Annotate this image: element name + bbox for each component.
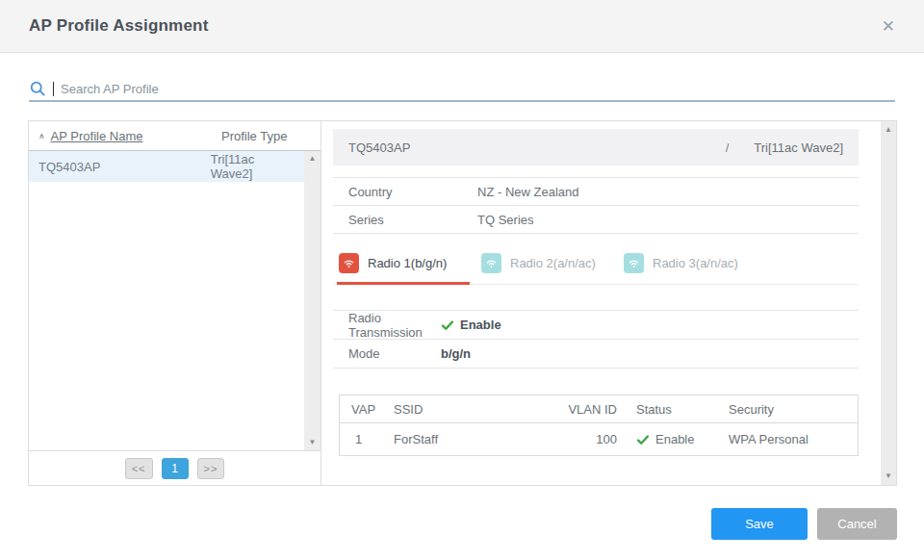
scroll-up-icon[interactable]: ▲: [885, 126, 892, 134]
wifi-icon: [624, 253, 644, 273]
wifi-icon: [481, 253, 501, 273]
list-scrollbar[interactable]: ▲ ▼: [304, 151, 321, 450]
pagination-prev-button[interactable]: <<: [125, 458, 153, 479]
profile-name-cell: TQ5403AP: [38, 160, 211, 174]
detail-profile-type: Tri[11ac Wave2]: [754, 140, 843, 155]
profile-type-cell: Tri[11ac Wave2]: [211, 152, 295, 181]
save-button[interactable]: Save: [711, 508, 808, 540]
column-header-vap: VAP: [351, 402, 394, 417]
info-label: Series: [348, 213, 477, 227]
search-icon: [29, 80, 46, 97]
column-header-ap-profile-name[interactable]: ∧ AP Profile Name: [38, 129, 221, 143]
detail-header-bar: TQ5403AP / Tri[11ac Wave2]: [333, 129, 859, 165]
vlan-id-cell: 100: [559, 432, 617, 446]
search-bar: [29, 77, 895, 102]
scroll-up-icon[interactable]: ▲: [309, 155, 317, 163]
column-header-security: Security: [723, 402, 846, 417]
table-row[interactable]: TQ5403AP Tri[11ac Wave2]: [29, 151, 304, 182]
scroll-down-icon[interactable]: ▼: [309, 439, 317, 446]
info-value: NZ - New Zealand: [477, 185, 578, 199]
pagination: << 1 >>: [29, 450, 321, 485]
status-text: Enable: [655, 432, 694, 446]
detail-scrollbar[interactable]: ▲ ▼: [881, 121, 896, 485]
info-block: Country NZ - New Zealand Series TQ Serie…: [333, 177, 859, 234]
radio-tabs: Radio 1(b/g/n) Radio 2(a/n/ac): [333, 247, 859, 285]
radio-row-mode: Mode b/g/n: [333, 340, 859, 369]
radio-label: Mode: [348, 346, 441, 361]
column-header-profile-type: Profile Type: [221, 129, 287, 143]
close-icon[interactable]: ✕: [882, 18, 895, 35]
vap-table: VAP SSID VLAN ID Status Security 1 ForSt…: [339, 395, 859, 456]
radio-label: Radio Transmission: [348, 311, 441, 340]
check-icon: [636, 433, 650, 446]
tab-label: Radio 2(a/n/ac): [510, 256, 596, 270]
table-row: 1 ForStaff 100 Enable WPA Personal: [340, 423, 858, 455]
detail-separator: /: [726, 140, 730, 155]
dialog-header: AP Profile Assignment ✕: [0, 0, 924, 53]
ssid-cell: ForStaff: [394, 432, 559, 446]
column-header-status: Status: [617, 402, 723, 417]
content-area: ∧ AP Profile Name Profile Type TQ5403AP …: [28, 120, 897, 486]
column-label: AP Profile Name: [51, 129, 143, 143]
dialog-title: AP Profile Assignment: [29, 16, 209, 36]
search-input[interactable]: [61, 82, 895, 96]
status-cell: Enable: [617, 432, 723, 446]
footer: Save Cancel: [711, 508, 897, 540]
detail-profile-name: TQ5403AP: [348, 140, 726, 155]
text-cursor: [53, 82, 54, 96]
radio-row-transmission: Radio Transmission Enable: [333, 311, 859, 340]
vap-cell: 1: [351, 432, 394, 446]
sort-asc-icon: ∧: [38, 132, 45, 140]
profile-list-panel: ∧ AP Profile Name Profile Type TQ5403AP …: [29, 121, 321, 485]
info-value: TQ Series: [477, 213, 534, 227]
vap-table-header: VAP SSID VLAN ID Status Security: [340, 395, 858, 423]
pagination-page-1-button[interactable]: 1: [162, 458, 189, 479]
tab-radio-2[interactable]: Radio 2(a/n/ac): [479, 247, 612, 285]
tab-label: Radio 3(a/n/ac): [653, 256, 738, 270]
tab-label: Radio 1(b/g/n): [368, 256, 447, 270]
column-header-ssid: SSID: [394, 402, 559, 417]
tab-radio-1[interactable]: Radio 1(b/g/n): [337, 247, 470, 285]
radio-settings-block: Radio Transmission Enable Mode b/g/n: [333, 310, 859, 369]
radio-value: Enable: [460, 318, 501, 332]
info-label: Country: [348, 185, 477, 199]
info-row-series: Series TQ Series: [333, 206, 859, 234]
pagination-next-button[interactable]: >>: [197, 458, 225, 479]
profile-list-header: ∧ AP Profile Name Profile Type: [29, 121, 321, 151]
scroll-down-icon[interactable]: ▼: [885, 472, 892, 480]
wifi-icon: [339, 253, 359, 273]
profile-detail-panel: TQ5403AP / Tri[11ac Wave2] Country NZ - …: [321, 121, 896, 485]
security-cell: WPA Personal: [723, 432, 846, 446]
cancel-button[interactable]: Cancel: [817, 508, 897, 540]
check-icon: [441, 318, 454, 332]
tab-radio-3[interactable]: Radio 3(a/n/ac): [622, 247, 755, 285]
profile-list-body: TQ5403AP Tri[11ac Wave2] ▲ ▼: [29, 151, 321, 450]
info-row-country: Country NZ - New Zealand: [333, 178, 859, 206]
column-header-vlan-id: VLAN ID: [559, 402, 617, 417]
radio-value: b/g/n: [441, 346, 471, 361]
